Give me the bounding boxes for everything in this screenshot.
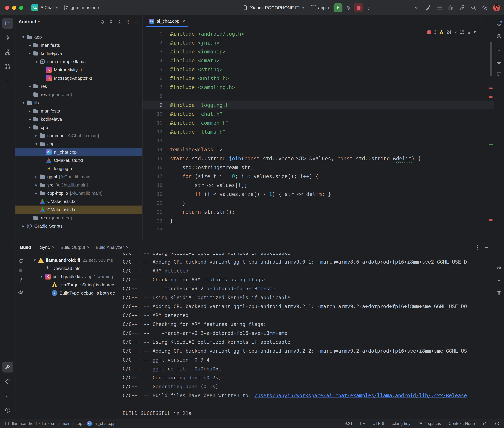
next-problem-icon[interactable]: ▼ (474, 31, 476, 34)
problems-tool-button[interactable] (2, 405, 13, 416)
tree-item-common[interactable]: ▸common[AiChat.lib.main] (16, 132, 142, 140)
minimize-window-button[interactable] (12, 6, 16, 10)
build-tree-item-download-info[interactable]: Download info (16, 264, 120, 272)
chevron-down-icon[interactable]: ▾ (33, 142, 39, 146)
build-tree-item-llama-android-fi[interactable]: ▾llama.android: fi22 sec, 583 ms (16, 256, 120, 264)
context-widget[interactable]: Context: None (449, 421, 475, 426)
tree-item-mainactivity-kt[interactable]: MainActivity.kt (16, 66, 142, 74)
tree-item-cmakelists-txt[interactable]: CMakeLists.txt (16, 156, 142, 165)
chevron-down-icon[interactable]: ▾ (32, 258, 38, 262)
build-tree-item-jvmtarget-string-is-deprec[interactable]: 'jvmTarget: String' is deprec (16, 281, 120, 289)
debug-button[interactable] (344, 3, 353, 12)
tree-item-res[interactable]: res(generated) (16, 214, 142, 222)
tree-item-manifests[interactable]: ▸manifests (16, 41, 142, 49)
error-stripe-mark[interactable] (489, 219, 493, 221)
tree-item-app[interactable]: ▾app (16, 33, 142, 41)
tree-item-res[interactable]: ▸res (16, 82, 142, 91)
chevron-right-icon[interactable]: ▸ (33, 134, 39, 138)
tree-item-cpp[interactable]: ▾cpp (16, 123, 142, 132)
soft-wrap-button[interactable] (495, 263, 503, 272)
pull-requests-tool-button[interactable] (2, 61, 13, 72)
share-icon[interactable] (459, 5, 465, 11)
error-stripe-mark[interactable] (489, 96, 493, 98)
close-window-button[interactable] (5, 6, 9, 10)
rename-icon[interactable]: A (414, 5, 420, 11)
indent-widget[interactable]: 4 spaces (418, 421, 441, 426)
tree-item-ai-chat-cpp[interactable]: ai_chat.cpp (16, 148, 142, 156)
zoom-window-button[interactable] (19, 6, 23, 10)
build-tab-build-output[interactable]: Build Output× (58, 241, 93, 253)
tree-item-src[interactable]: ▸src[AiChat.lib.main] (16, 181, 142, 189)
plus-icon[interactable] (91, 19, 96, 24)
terminal-tool-button[interactable] (2, 390, 13, 401)
ai-write-icon[interactable] (425, 5, 431, 11)
tree-item-ggml[interactable]: ▸ggml[AiChat.lib.main] (16, 173, 142, 181)
breadcrumb[interactable]: llama.android›lib›src›main›cpp›ai_chat.c… (11, 421, 116, 426)
event-log-icon[interactable] (436, 5, 443, 11)
change-stripe-mark[interactable] (489, 144, 493, 145)
editor-scrollbar[interactable] (490, 42, 492, 76)
tree-item-gradle-scripts[interactable]: ▸Gradle Scripts (16, 222, 142, 230)
chevron-right-icon[interactable]: ▸ (27, 109, 33, 113)
chevron-right-icon[interactable]: ▸ (20, 224, 26, 228)
tree-item-cpp[interactable]: ▾cpp (16, 140, 142, 148)
chevron-down-icon[interactable]: ▾ (20, 35, 26, 39)
breadcrumb-item-src[interactable]: src (50, 421, 57, 426)
prev-problem-icon[interactable]: ▲ (468, 31, 470, 34)
breadcrumb-item-ai-chat-cpp[interactable]: ai_chat.cpp (94, 421, 116, 426)
build-tree-item-buildtype-debug-is-both-de[interactable]: BuildType 'debug' is both de (16, 289, 120, 297)
packages-tool-button[interactable] (2, 376, 13, 387)
chevron-down-icon[interactable]: ▾ (27, 51, 33, 56)
tree-item-logging-h[interactable]: logging.h (16, 165, 142, 173)
more-options-icon[interactable]: ⋮ (475, 245, 480, 250)
more-options-icon[interactable]: ⋮ (364, 5, 373, 10)
project-tool-button[interactable] (2, 18, 13, 29)
run-button[interactable] (333, 3, 342, 12)
device-manager-tool-button[interactable] (495, 45, 503, 53)
run-configuration-selector[interactable]: app ▾ (308, 3, 332, 13)
hide-icon[interactable]: — (134, 19, 139, 24)
tree-item-kotlin-java[interactable]: ▾kotlin+java (16, 49, 142, 58)
gradle-tool-button[interactable]: G (495, 32, 503, 41)
breadcrumb-item-lib[interactable]: lib (41, 421, 47, 426)
collapse-all-icon[interactable] (117, 19, 122, 24)
inspections-status-icon[interactable] (495, 421, 500, 426)
chevron-right-icon[interactable]: ▸ (27, 43, 33, 47)
tree-item-com-example-llama[interactable]: ▾com.example.llama (16, 58, 142, 66)
structure-tool-button[interactable] (2, 47, 13, 58)
avatar-ladybug[interactable] (493, 4, 500, 11)
project-view-selector[interactable]: Android (18, 19, 36, 25)
build-tree[interactable]: ▾llama.android: fi22 sec, 583 msDownload… (16, 256, 120, 419)
file-encoding[interactable]: UTF-8 (372, 421, 384, 426)
breadcrumb-item-llama-android[interactable]: llama.android (11, 421, 37, 426)
build-tool-button[interactable] (2, 362, 13, 372)
device-selector[interactable]: Xiaomi POCOPHONE F1 ▾ (240, 3, 307, 13)
tree-item-cmakelists-txt[interactable]: CMakeLists.txt (16, 206, 142, 214)
build-tab-sync[interactable]: Sync× (37, 241, 58, 253)
project-selector[interactable]: AC AiChat ▾ (28, 3, 60, 13)
close-tab-icon[interactable]: × (182, 18, 185, 24)
tab-options-icon[interactable]: ⋮ (485, 19, 490, 24)
tree-item-cmakelists-txt[interactable]: CMakeLists.txt (16, 197, 142, 206)
target-icon[interactable] (100, 19, 105, 24)
stop-button[interactable] (354, 3, 363, 12)
chevron-down-icon[interactable]: ▾ (33, 60, 39, 64)
line-ending[interactable]: LF (360, 421, 365, 426)
more-v-icon[interactable]: ⋮ (126, 19, 131, 24)
build-output-link[interactable]: /Users/hanyin/Workspace/ai-chat/examples… (254, 393, 467, 398)
expand-all-icon[interactable] (108, 19, 113, 24)
search-icon[interactable] (470, 5, 477, 11)
tree-item-kotlin-java[interactable]: ▸kotlin+java (16, 115, 142, 123)
project-tree[interactable]: ▾app▸manifests▾kotlin+java▾com.example.l… (16, 29, 142, 241)
plugins-icon[interactable] (448, 5, 454, 11)
more-h-tool-button[interactable]: ⋯ (2, 75, 13, 86)
vcs-branch-selector[interactable]: ggml-master ▾ (60, 3, 102, 13)
chevron-right-icon[interactable]: ▸ (27, 84, 33, 88)
build-output-console[interactable]: C/C++: -- Using KleidiAI optimized kerne… (120, 253, 494, 419)
error-stripe-mark[interactable] (489, 88, 493, 89)
close-tab-icon[interactable]: × (52, 245, 54, 250)
clear-button[interactable] (495, 289, 503, 297)
tree-item-manifests[interactable]: ▸manifests (16, 107, 142, 115)
tree-item-res[interactable]: res(generated) (16, 91, 142, 99)
commit-tool-button[interactable] (2, 32, 13, 43)
